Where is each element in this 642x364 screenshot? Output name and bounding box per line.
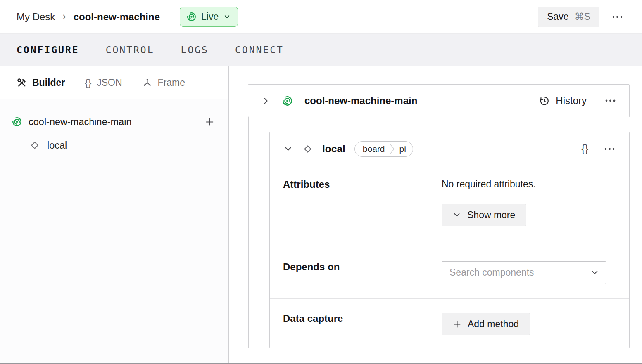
tree-item-machine-main[interactable]: cool-new-machine-main	[12, 112, 217, 132]
depends-on-select[interactable]	[442, 261, 606, 284]
tree-connector-line	[248, 117, 249, 348]
view-frame-label: Frame	[158, 77, 185, 88]
machine-online-icon	[282, 95, 293, 106]
builder-tools-icon	[17, 78, 27, 88]
collapse-component-button[interactable]	[281, 142, 295, 156]
attributes-section: Attributes No required attributes. Show …	[270, 165, 629, 247]
view-frame[interactable]: Frame	[142, 77, 185, 88]
show-more-label: Show more	[467, 210, 515, 221]
breadcrumb-machine-name: cool-new-machine	[74, 11, 160, 23]
component-title: local	[322, 143, 345, 155]
content: Builder {} JSON	[0, 66, 642, 363]
chevron-down-icon	[590, 268, 599, 277]
chevron-down-icon	[284, 144, 292, 153]
depends-on-label: Depends on	[283, 261, 442, 273]
component-more-button[interactable]	[602, 145, 618, 153]
badge-model: pi	[399, 144, 406, 154]
view-builder[interactable]: Builder	[17, 77, 65, 88]
machine-card-actions: History	[539, 95, 618, 106]
chevron-right-icon	[262, 97, 270, 105]
header: My Desk › cool-new-machine Live Save ⌘S	[0, 0, 642, 33]
header-more-menu-button[interactable]	[609, 13, 625, 21]
component-card-header: local board pi {}	[270, 132, 629, 165]
tree-item-local[interactable]: local	[12, 136, 217, 155]
tree-root-label: cool-new-machine-main	[29, 116, 131, 128]
tab-connect[interactable]: CONNECT	[235, 45, 284, 55]
save-label: Save	[547, 11, 568, 22]
breadcrumb-my-desk[interactable]: My Desk	[17, 11, 55, 23]
add-method-button[interactable]: Add method	[442, 313, 530, 335]
machine-online-icon	[186, 12, 197, 22]
header-actions: Save ⌘S	[538, 7, 625, 27]
machine-part-card: cool-new-machine-main	[248, 84, 630, 117]
plus-icon	[453, 320, 461, 329]
badge-type: board	[363, 144, 385, 154]
attributes-label: Attributes	[283, 179, 442, 190]
chevron-down-icon	[223, 13, 231, 21]
component-diamond-icon	[302, 144, 313, 154]
config-main: cool-new-machine-main	[229, 66, 642, 363]
data-capture-label: Data capture	[283, 313, 442, 324]
history-icon	[539, 95, 550, 106]
machine-part-title: cool-new-machine-main	[304, 95, 417, 106]
live-status-dropdown[interactable]: Live	[180, 7, 238, 27]
local-component-card: local board pi {}	[269, 132, 630, 348]
ellipsis-icon	[612, 15, 623, 19]
frame-axes-icon	[142, 78, 152, 88]
component-diamond-icon	[29, 140, 40, 151]
history-button[interactable]: History	[539, 95, 587, 106]
chevron-right-icon	[389, 143, 396, 155]
add-component-button[interactable]	[202, 115, 217, 129]
tab-configure[interactable]: CONFIGURE	[17, 45, 79, 55]
add-method-label: Add method	[468, 319, 519, 330]
attributes-empty-text: No required attributes.	[442, 179, 618, 190]
expand-part-button[interactable]	[259, 94, 273, 108]
chevron-down-icon	[453, 211, 461, 219]
machine-card-more-button[interactable]	[602, 97, 618, 105]
history-label: History	[556, 95, 587, 106]
component-card-actions: {}	[581, 143, 618, 155]
tree-child-label: local	[47, 140, 67, 151]
breadcrumb: My Desk › cool-new-machine	[17, 11, 160, 23]
tab-logs[interactable]: LOGS	[181, 45, 209, 55]
view-json-label: JSON	[97, 77, 122, 88]
config-sidebar: Builder {} JSON	[0, 66, 229, 363]
save-shortcut: ⌘S	[575, 11, 590, 22]
show-more-button[interactable]: Show more	[442, 204, 526, 226]
tab-control[interactable]: CONTROL	[106, 45, 155, 55]
edit-json-button[interactable]: {}	[581, 143, 588, 155]
live-label: Live	[201, 11, 219, 22]
save-button[interactable]: Save ⌘S	[538, 7, 599, 27]
config-view-switcher: Builder {} JSON	[0, 66, 228, 99]
machine-part-tree: cool-new-machine-main local	[0, 99, 228, 155]
ellipsis-icon	[604, 147, 615, 151]
plus-icon	[205, 117, 214, 127]
machine-online-icon	[12, 116, 22, 127]
depends-on-section: Depends on	[270, 247, 629, 298]
view-builder-label: Builder	[32, 77, 65, 88]
breadcrumb-separator: ›	[62, 10, 66, 22]
data-capture-section: Data capture Add method	[270, 298, 629, 349]
component-type-badge: board pi	[354, 141, 413, 157]
view-json[interactable]: {} JSON	[85, 77, 122, 89]
braces-icon: {}	[85, 77, 91, 89]
ellipsis-icon	[605, 99, 616, 102]
machine-page: My Desk › cool-new-machine Live Save ⌘S	[0, 0, 642, 364]
depends-on-search-input[interactable]	[449, 267, 590, 278]
machine-tabs: CONFIGURE CONTROL LOGS CONNECT	[0, 33, 642, 66]
